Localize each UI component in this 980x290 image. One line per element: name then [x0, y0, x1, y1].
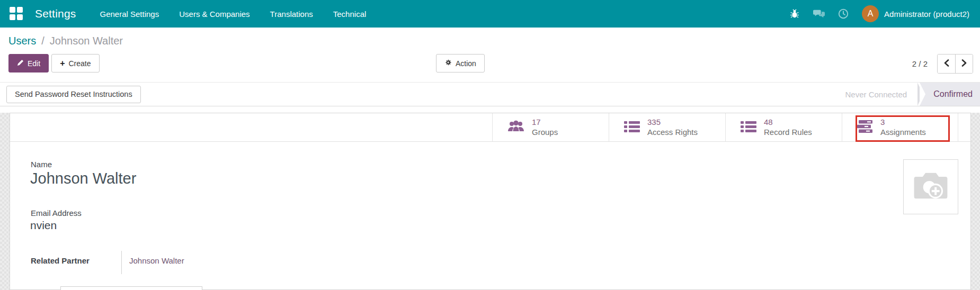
create-button-label: Create — [68, 59, 91, 68]
stat-button-assignments[interactable]: 3 Assignments — [842, 113, 958, 141]
form-view-background: 17 Groups 335 Access Rights 48 Record — [0, 113, 980, 290]
record-rules-count: 48 — [764, 117, 812, 128]
email-field-label: Email Address — [31, 209, 82, 217]
nav-item-translations[interactable]: Translations — [260, 0, 323, 28]
camera-plus-icon — [912, 170, 949, 203]
related-partner-label: Related Partner — [31, 256, 90, 265]
gear-icon — [444, 59, 452, 68]
groups-label: Groups — [532, 128, 558, 138]
groups-count: 17 — [532, 117, 558, 128]
app-title[interactable]: Settings — [35, 7, 76, 20]
pencil-icon — [17, 59, 24, 68]
name-field-label: Name — [31, 160, 52, 169]
related-partner-field: Johnson Walter — [121, 251, 184, 274]
nav-menu: General Settings Users & Companies Trans… — [90, 0, 376, 28]
messages-icon[interactable] — [813, 8, 825, 20]
stat-button-row: 17 Groups 335 Access Rights 48 Record — [10, 113, 970, 142]
breadcrumb-users-link[interactable]: Users — [8, 35, 36, 47]
user-avatar[interactable]: A — [862, 5, 879, 22]
name-field-value[interactable]: Johnson Walter — [30, 170, 136, 187]
stat-button-record-rules[interactable]: 48 Record Rules — [725, 113, 842, 141]
activities-clock-icon[interactable] — [838, 8, 849, 20]
pager-next-button[interactable] — [955, 55, 973, 73]
form-body: Name Johnson Walter Email Address nvien … — [10, 142, 970, 290]
stage-confirmed[interactable]: Confirmed — [920, 83, 980, 106]
action-button[interactable]: Action — [436, 54, 485, 72]
notebook-tab-partial[interactable] — [60, 286, 202, 290]
access-rights-count: 335 — [647, 117, 698, 128]
pager-previous-button[interactable] — [938, 55, 955, 73]
related-partner-link[interactable]: Johnson Walter — [129, 256, 184, 265]
nav-item-technical[interactable]: Technical — [323, 0, 377, 28]
chevron-left-icon — [943, 59, 949, 69]
status-stages: Never Connected Confirmed — [834, 83, 980, 106]
email-field-value[interactable]: nvien — [30, 219, 57, 232]
breadcrumb-current: Johnson Walter — [50, 35, 123, 47]
stat-button-groups[interactable]: 17 Groups — [492, 113, 609, 141]
list-icon — [741, 120, 756, 135]
form-sheet: 17 Groups 335 Access Rights 48 Record — [10, 113, 971, 290]
assignments-label: Assignments — [880, 128, 926, 138]
action-button-label: Action — [456, 59, 476, 68]
nav-item-users-companies[interactable]: Users & Companies — [169, 0, 260, 28]
edit-button[interactable]: Edit — [8, 54, 49, 72]
record-rules-label: Record Rules — [764, 128, 812, 138]
pager-count: 2 / 2 — [912, 59, 928, 68]
breadcrumb-separator: / — [41, 35, 44, 47]
pager: 2 / 2 — [912, 54, 973, 74]
user-name: Administrator (product2) — [884, 10, 969, 19]
control-panel-buttons: Edit + Create Action 2 / 2 — [8, 54, 973, 72]
statusbar: Send Password Reset Instructions Never C… — [0, 82, 980, 106]
users-icon — [507, 119, 524, 135]
nav-item-general-settings[interactable]: General Settings — [90, 0, 169, 28]
create-button[interactable]: + Create — [51, 54, 99, 72]
chevron-right-icon — [961, 59, 967, 69]
navbar-right: A Administrator (product2) — [789, 5, 973, 22]
edit-button-label: Edit — [28, 59, 40, 68]
top-navbar: Settings General Settings Users & Compan… — [0, 0, 980, 28]
access-rights-label: Access Rights — [647, 128, 698, 138]
odoo-settings-window: Settings General Settings Users & Compan… — [0, 0, 980, 290]
apps-grid-icon[interactable] — [10, 7, 23, 21]
list-icon — [624, 120, 640, 135]
debug-bug-icon[interactable] — [789, 8, 800, 20]
stat-button-access-rights[interactable]: 335 Access Rights — [609, 113, 725, 141]
stage-never-connected[interactable]: Never Connected — [834, 90, 917, 99]
assignments-count: 3 — [880, 117, 926, 128]
plus-icon: + — [60, 59, 65, 68]
user-image-placeholder[interactable] — [903, 159, 958, 214]
user-menu[interactable]: A Administrator (product2) — [862, 5, 969, 22]
send-password-reset-button[interactable]: Send Password Reset Instructions — [6, 86, 141, 103]
control-panel: Users / Johnson Walter Edit + Create Act… — [0, 28, 980, 82]
stack-bars-icon — [857, 120, 873, 135]
breadcrumb: Users / Johnson Walter — [8, 35, 973, 47]
